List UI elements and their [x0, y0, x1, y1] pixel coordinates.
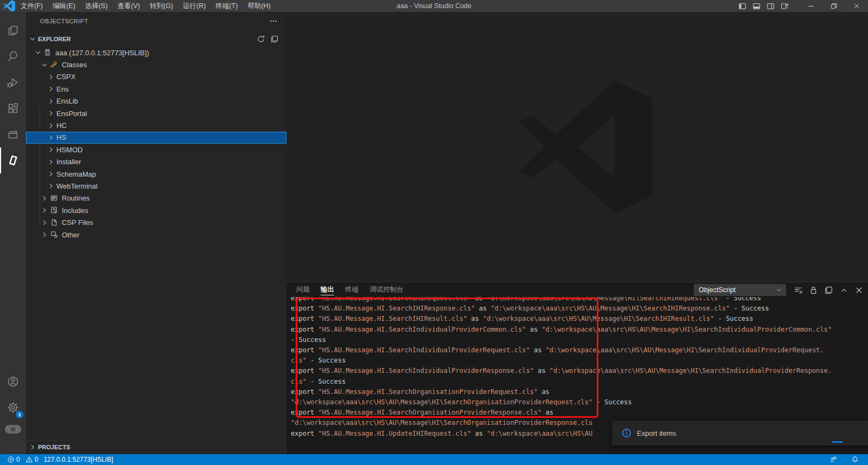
chevron-right-icon[interactable]	[47, 170, 55, 178]
panel-tab-[interactable]: 问题	[291, 282, 315, 297]
chevron-right-icon[interactable]	[47, 85, 55, 93]
chevron-right-icon[interactable]	[47, 158, 55, 166]
tree-item-hsmod[interactable]: HSMOD	[26, 144, 286, 156]
chevron-right-icon[interactable]	[47, 145, 55, 154]
panel-tab-[interactable]: 输出	[315, 282, 340, 297]
activity-account-button[interactable]	[0, 369, 26, 395]
tree-item-installer[interactable]: Installer	[26, 156, 286, 168]
panel-tab-[interactable]: 调试控制台	[364, 282, 409, 297]
tree-item-ensportal[interactable]: EnsPortal	[26, 107, 286, 119]
tree-item-cspx[interactable]: CSPX	[26, 71, 286, 83]
output-line: - Success	[291, 335, 868, 345]
chevron-down-icon[interactable]	[34, 48, 42, 57]
status-bar-right	[827, 454, 861, 465]
chevron-right-icon[interactable]	[47, 121, 55, 130]
chevron-up-icon[interactable]	[839, 286, 848, 295]
chevron-right-icon[interactable]	[47, 182, 55, 190]
menu-item-v[interactable]: 查看(V)	[112, 0, 145, 12]
open-editors-icon[interactable]	[270, 35, 279, 43]
vscode-logo-icon	[3, 0, 16, 12]
open-in-editor-icon[interactable]	[824, 286, 833, 295]
activity-search-button[interactable]	[0, 43, 26, 69]
projects-section-header[interactable]: PROJECTS	[26, 440, 286, 453]
activity-objectscript-button[interactable]	[0, 147, 26, 173]
tree-item-label: HSMOD	[56, 146, 82, 154]
output-line: export "HS.AU.Message.HI.SearchIndividua…	[291, 345, 868, 356]
sidebar-title-row: OBJECTSCRIPT	[26, 12, 286, 30]
panel-tab-[interactable]: 终端	[340, 282, 364, 297]
explorer-icon	[7, 24, 19, 36]
chevron-right-icon[interactable]	[47, 97, 55, 106]
explorer-section-label: EXPLORER	[38, 36, 71, 42]
panel-tabs: 问题输出终端调试控制台	[291, 282, 409, 297]
clear-output-icon[interactable]	[794, 286, 803, 295]
output-line: export "HS.AU.Message.HI.SearchIndividua…	[291, 366, 868, 376]
tree-item-includes[interactable]: Includes	[26, 204, 286, 216]
menu-item-s[interactable]: 选择(S)	[80, 0, 113, 12]
tree-item-hc[interactable]: HC	[26, 119, 286, 131]
chevron-down-icon[interactable]	[28, 35, 37, 43]
menu-item-t[interactable]: 终端(T)	[210, 0, 242, 12]
toggle-sidebar-icon[interactable]	[738, 2, 746, 10]
chevron-right-icon[interactable]	[40, 230, 49, 239]
status-item-127-0-0-1-52773-hslib[interactable]: 127.0.0.1:52773[HSLIB]	[41, 454, 116, 465]
includes-icon	[50, 206, 59, 215]
error-icon	[7, 456, 15, 463]
chevron-right-icon[interactable]	[47, 73, 55, 81]
search-icon	[7, 50, 19, 62]
tree-item-aaa-127-0-0-1-52773-hslib[interactable]: aaa (127.0.0.1:52773[HSLIB])	[26, 47, 286, 59]
toolbox-icon	[7, 128, 19, 140]
minimize-icon	[807, 2, 815, 10]
status-item-error[interactable]: 0	[4, 454, 23, 465]
more-actions-icon[interactable]	[269, 17, 278, 25]
status-item-warning[interactable]: 0	[23, 454, 41, 465]
menubar: 文件(F)编辑(E)选择(S)查看(V)转到(G)运行(R)终端(T)帮助(H)	[16, 0, 276, 12]
toggle-secondary-sidebar-icon[interactable]	[767, 2, 775, 10]
chevron-right-icon[interactable]	[40, 206, 49, 215]
status-item-bell[interactable]	[848, 454, 861, 465]
panel-header: 问题输出终端调试控制台 ObjectScript	[286, 282, 868, 297]
explorer-section-header[interactable]: EXPLORER	[26, 33, 286, 46]
chevron-down-icon[interactable]	[40, 61, 49, 69]
chevron-right-icon[interactable]	[47, 133, 55, 142]
notification-toast[interactable]: Export items	[612, 421, 868, 445]
tree-item-enslib[interactable]: EnsLib	[26, 95, 286, 107]
tree-item-hs[interactable]: HS	[26, 132, 286, 144]
menu-item-r[interactable]: 运行(R)	[178, 0, 210, 12]
menu-item-e[interactable]: 编辑(E)	[48, 0, 80, 12]
tree-item-routines[interactable]: Routines	[26, 192, 286, 204]
status-bar: 00127.0.0.1:52773[HSLIB]	[0, 454, 868, 465]
chevron-right-icon[interactable]	[47, 109, 55, 118]
sidebar-panel-title: OBJECTSCRIPT	[40, 18, 88, 24]
chevron-right-icon[interactable]	[40, 218, 49, 227]
activity-extensions-button[interactable]	[0, 95, 26, 121]
chevron-right-icon[interactable]	[28, 443, 37, 451]
close-button[interactable]	[845, 0, 868, 12]
tree-item-classes[interactable]: Classes	[26, 59, 286, 70]
tree-item-webterminal[interactable]: WebTerminal	[26, 180, 286, 192]
customize-layout-icon[interactable]	[781, 2, 789, 10]
close-icon[interactable]	[854, 286, 864, 295]
activity-run-debug-button[interactable]	[0, 69, 26, 95]
refresh-icon[interactable]	[257, 35, 265, 43]
tree-item-ens[interactable]: Ens	[26, 83, 286, 95]
menu-item-g[interactable]: 转到(G)	[145, 0, 178, 12]
output-line: export "HS.AU.Message.HI.SearchIHIReques…	[291, 297, 868, 303]
lock-icon[interactable]	[809, 286, 818, 295]
output-channel-select[interactable]: ObjectScript	[694, 284, 786, 296]
activity-toolbox-button[interactable]	[0, 121, 26, 147]
activity-explorer-button[interactable]	[0, 17, 26, 43]
tree-item-other[interactable]: Other	[26, 229, 286, 241]
tree-item-schemamap[interactable]: SchemaMap	[26, 168, 286, 180]
status-item-feedback[interactable]	[827, 454, 840, 465]
activity-settings-gear-button[interactable]: 1	[0, 395, 26, 421]
menu-item-f[interactable]: 文件(F)	[16, 0, 48, 12]
restore-button[interactable]	[822, 0, 845, 12]
menu-item-h[interactable]: 帮助(H)	[242, 0, 275, 12]
minimize-button[interactable]	[800, 0, 822, 12]
chevron-right-icon[interactable]	[40, 194, 49, 203]
server-icon	[43, 48, 53, 57]
toggle-panel-icon[interactable]	[752, 2, 761, 10]
tree-item-csp-files[interactable]: CSP Files	[26, 216, 286, 228]
activity-tune-button[interactable]	[0, 421, 26, 438]
